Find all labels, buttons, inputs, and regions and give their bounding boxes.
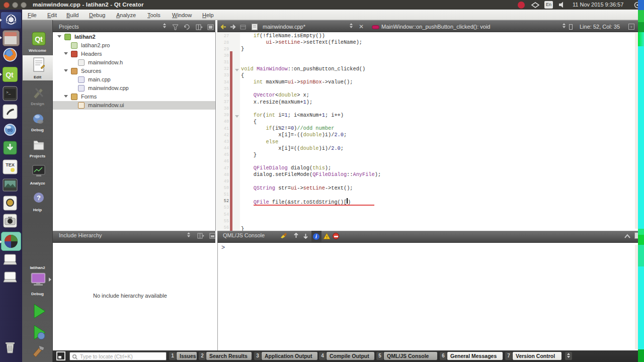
svg-text:TEX: TEX xyxy=(6,162,15,167)
svg-text:Qt: Qt xyxy=(6,71,14,79)
svg-text:00: 00 xyxy=(8,128,13,133)
svg-text:?: ? xyxy=(37,194,41,202)
svg-text:!: ! xyxy=(326,235,328,239)
svg-text:>_: >_ xyxy=(6,90,11,95)
svg-text:Qt: Qt xyxy=(35,35,43,43)
